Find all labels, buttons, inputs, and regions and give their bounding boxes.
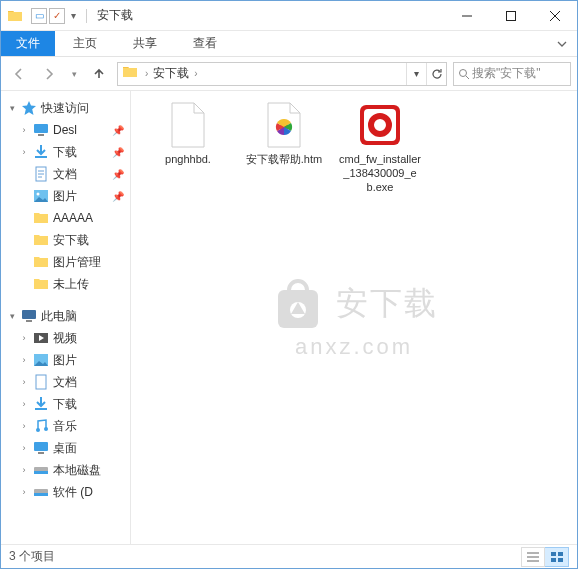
nav-forward-button[interactable]	[37, 62, 61, 86]
explorer-window: ▭ ✓ ▾ 安下载 文件 主页 共享 查看	[0, 0, 578, 569]
title-text: 安下载	[97, 7, 133, 24]
sidebar-item[interactable]: 文档 📌	[1, 163, 130, 185]
maximize-button[interactable]	[489, 1, 533, 31]
sidebar-item-label: 文档	[53, 374, 77, 391]
breadcrumb[interactable]: 安下载	[151, 65, 191, 82]
pc-icon	[21, 308, 37, 324]
tab-file[interactable]: 文件	[1, 31, 55, 56]
file-item[interactable]: pnghhbd.	[147, 101, 229, 194]
titlebar: ▭ ✓ ▾ 安下载	[1, 1, 577, 31]
chevron-right-icon[interactable]: ›	[19, 399, 29, 409]
sidebar-item[interactable]: ›下载	[1, 393, 130, 415]
svg-rect-27	[551, 552, 556, 556]
sidebar-item-label: 图片	[53, 352, 77, 369]
pin-icon: 📌	[112, 169, 124, 180]
sidebar-item[interactable]: 图片管理	[1, 251, 130, 273]
tab-share[interactable]: 共享	[115, 31, 175, 56]
chevron-right-icon[interactable]: ›	[19, 333, 29, 343]
sidebar-label: 此电脑	[41, 308, 77, 325]
ribbon: 文件 主页 共享 查看	[1, 31, 577, 57]
chevron-right-icon[interactable]: ›	[19, 377, 29, 387]
nav-history-dropdown[interactable]: ▾	[67, 69, 81, 79]
nav-bar: ▾ › 安下载 › ▾ 搜索"安下载"	[1, 57, 577, 91]
sidebar-item[interactable]: ›文档	[1, 371, 130, 393]
chevron-right-icon[interactable]: ›	[19, 443, 29, 453]
address-bar[interactable]: › 安下载 › ▾	[117, 62, 447, 86]
svg-rect-19	[34, 471, 48, 474]
drive-icon	[33, 462, 49, 478]
sidebar-item[interactable]: AAAAA	[1, 207, 130, 229]
tab-home[interactable]: 主页	[55, 31, 115, 56]
search-input[interactable]: 搜索"安下载"	[453, 62, 571, 86]
desktop-icon	[33, 440, 49, 456]
ribbon-expand-icon[interactable]	[547, 31, 577, 56]
svg-rect-16	[34, 442, 48, 451]
chevron-right-icon[interactable]: ›	[19, 465, 29, 475]
close-button[interactable]	[533, 1, 577, 31]
nav-up-button[interactable]	[87, 62, 111, 86]
bag-icon	[270, 276, 326, 332]
exe-file-icon	[356, 101, 404, 149]
svg-rect-2	[34, 124, 48, 133]
desktop-icon	[33, 122, 49, 138]
content-pane[interactable]: pnghhbd. 安下载帮助.htm cmd_fw_installer_1384…	[131, 91, 577, 544]
file-label: pnghhbd.	[165, 153, 211, 167]
sidebar-item[interactable]: ›视频	[1, 327, 130, 349]
blank-file-icon	[164, 101, 212, 149]
sidebar-item[interactable]: ›音乐	[1, 415, 130, 437]
svg-rect-12	[36, 375, 46, 389]
chevron-right-icon[interactable]: ›	[19, 421, 29, 431]
qat-check-icon[interactable]: ✓	[49, 8, 65, 24]
sidebar-item-label: 文档	[53, 166, 77, 183]
watermark-en: anxz.com	[295, 334, 413, 360]
chevron-right-icon[interactable]: ›	[19, 355, 29, 365]
chevron-right-icon[interactable]: ›	[191, 68, 200, 79]
sidebar-item-label: AAAAA	[53, 211, 93, 225]
qat-properties-icon[interactable]: ▭	[31, 8, 47, 24]
sidebar-label: 快速访问	[41, 100, 89, 117]
sidebar-item[interactable]: ›桌面	[1, 437, 130, 459]
view-details-button[interactable]	[521, 547, 545, 567]
file-item[interactable]: 安下载帮助.htm	[243, 101, 325, 194]
documents-icon	[33, 374, 49, 390]
nav-back-button[interactable]	[7, 62, 31, 86]
address-dropdown-button[interactable]: ▾	[406, 63, 426, 85]
pin-icon: 📌	[112, 125, 124, 136]
svg-rect-25	[278, 290, 318, 328]
search-placeholder: 搜索"安下载"	[472, 65, 541, 82]
sidebar-item-label: 音乐	[53, 418, 77, 435]
sidebar-item-label: 安下载	[53, 232, 89, 249]
pictures-icon	[33, 188, 49, 204]
sidebar-item-label: 图片	[53, 188, 77, 205]
tab-view[interactable]: 查看	[175, 31, 235, 56]
sidebar-this-pc[interactable]: ▾ 此电脑	[1, 305, 130, 327]
chevron-down-icon[interactable]: ▾	[7, 311, 17, 321]
sidebar-item[interactable]: 未上传	[1, 273, 130, 295]
chevron-right-icon[interactable]: ›	[19, 487, 29, 497]
svg-rect-9	[26, 320, 32, 322]
sidebar-item[interactable]: 安下载	[1, 229, 130, 251]
sidebar-item[interactable]: › 下载 📌	[1, 141, 130, 163]
file-label: cmd_fw_installer_138430009_eb.exe	[339, 153, 421, 194]
view-icons-button[interactable]	[545, 547, 569, 567]
sidebar-item[interactable]: ›本地磁盘	[1, 459, 130, 481]
separator	[86, 9, 87, 23]
sidebar-item[interactable]: › Desl 📌	[1, 119, 130, 141]
chevron-right-icon[interactable]: ›	[142, 68, 151, 79]
sidebar-item-label: 下载	[53, 144, 77, 161]
chevron-right-icon[interactable]: ›	[19, 147, 29, 157]
refresh-button[interactable]	[426, 63, 446, 85]
qat-dropdown-icon[interactable]: ▾	[71, 10, 76, 21]
folder-icon	[33, 232, 49, 248]
sidebar-quick-access[interactable]: ▾ 快速访问	[1, 97, 130, 119]
svg-rect-21	[34, 493, 48, 496]
svg-rect-4	[35, 156, 47, 158]
downloads-icon	[33, 144, 49, 160]
sidebar-item[interactable]: 图片 📌	[1, 185, 130, 207]
chevron-right-icon[interactable]: ›	[19, 125, 29, 135]
minimize-button[interactable]	[445, 1, 489, 31]
chevron-down-icon[interactable]: ▾	[7, 103, 17, 113]
sidebar-item[interactable]: ›软件 (D	[1, 481, 130, 503]
file-item[interactable]: cmd_fw_installer_138430009_eb.exe	[339, 101, 421, 194]
sidebar-item[interactable]: ›图片	[1, 349, 130, 371]
